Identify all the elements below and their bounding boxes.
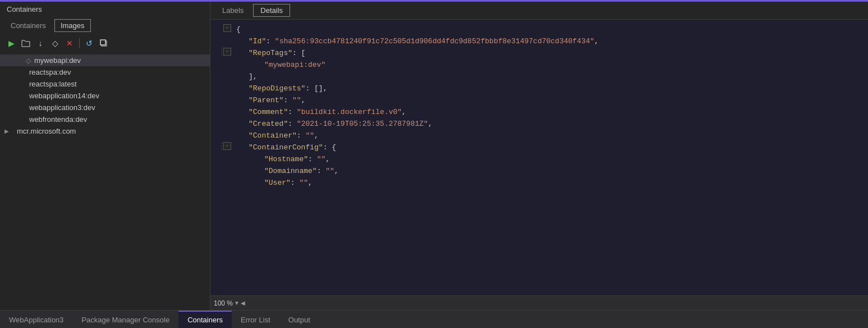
json-line-14: "User": "", xyxy=(210,177,868,189)
toolbar-separator xyxy=(79,38,80,48)
refresh-button[interactable]: ↺ xyxy=(82,37,96,50)
code-1: { xyxy=(233,24,241,36)
list-item[interactable]: webapplication14:dev xyxy=(0,90,210,102)
code-2: "Id": "sha256:93ccb4781240f91c72c505d1d9… xyxy=(233,36,599,48)
code-12: "Hostname": "", xyxy=(233,154,330,166)
delete-button[interactable]: ✕ xyxy=(63,37,76,50)
image-name: reactspa:dev xyxy=(29,68,71,76)
main-content: Containers Containers Images ▶ ↓ ◇ ✕ ↺ xyxy=(0,2,868,310)
expand-arrow: ▶ xyxy=(4,128,13,134)
bottom-tab-containers[interactable]: Containers xyxy=(178,311,232,328)
download-button[interactable]: ↓ xyxy=(34,37,47,50)
json-line-3: − "RepoTags": [ xyxy=(210,48,868,60)
json-line-9: "Created": "2021-10-19T05:25:35.2787981Z… xyxy=(210,119,868,130)
collapse-btn-1[interactable]: − xyxy=(223,24,231,32)
left-panel: Containers Containers Images ▶ ↓ ◇ ✕ ↺ xyxy=(0,2,210,310)
image-list: ◇ mywebapi:dev reactspa:dev reactspa:lat… xyxy=(0,52,210,310)
tab-labels[interactable]: Labels xyxy=(215,4,251,17)
vert-line-3 xyxy=(222,48,222,56)
svg-rect-1 xyxy=(100,40,105,45)
image-name: mywebapi:dev xyxy=(34,56,81,65)
code-14: "User": "", xyxy=(233,177,313,189)
image-name: webapplication14:dev xyxy=(29,92,99,100)
bottom-tab-output[interactable]: Output xyxy=(279,311,319,328)
right-panel: Labels Details − { "Id": "sha256:93ccb47… xyxy=(210,2,868,310)
image-name: reactspa:latest xyxy=(29,80,77,88)
list-item[interactable]: webfrontenda:dev xyxy=(0,113,210,125)
gutter-3: − xyxy=(210,48,233,56)
json-line-8: "Comment": "buildkit.dockerfile.v0", xyxy=(210,107,868,119)
json-line-13: "Domainname": "", xyxy=(210,166,868,177)
code-10: "Container": "", xyxy=(233,130,319,142)
bottom-tabs-bar: WebApplication3 Package Manager Console … xyxy=(0,310,868,328)
json-line-2: "Id": "sha256:93ccb4781240f91c72c505d1d9… xyxy=(210,36,868,48)
panel-title: Containers xyxy=(0,2,210,17)
zoom-left-arrow[interactable]: ◀ xyxy=(241,300,245,306)
tag-button[interactable]: ◇ xyxy=(48,37,62,50)
zoom-control: 100 % ▼ ◀ xyxy=(210,299,249,307)
image-name: webapplication3:dev xyxy=(29,103,95,112)
gutter-11: − xyxy=(210,142,233,150)
code-13: "Domainname": "", xyxy=(233,166,339,177)
folder-button[interactable] xyxy=(19,37,33,50)
json-line-7: "Parent": "", xyxy=(210,95,868,107)
list-item[interactable]: reactspa:latest xyxy=(0,78,210,90)
zoom-value: 100 % xyxy=(214,299,233,307)
code-7: "Parent": "", xyxy=(233,95,305,107)
left-tabs-row: Containers Images xyxy=(0,17,210,34)
json-line-11: − "ContainerConfig": { xyxy=(210,142,868,154)
list-item[interactable]: reactspa:dev xyxy=(0,66,210,78)
detail-tabs-row: Labels Details xyxy=(210,2,868,20)
vert-line-11 xyxy=(222,142,222,150)
code-9: "Created": "2021-10-19T05:25:35.2787981Z… xyxy=(233,119,433,130)
bottom-tab-package-manager[interactable]: Package Manager Console xyxy=(72,311,178,328)
code-3: "RepoTags": [ xyxy=(233,48,305,60)
json-line-12: "Hostname": "", xyxy=(210,154,868,166)
status-bar: 100 % ▼ ◀ xyxy=(210,295,868,310)
list-item[interactable]: ▶ mcr.microsoft.com xyxy=(0,125,210,137)
gutter-1: − xyxy=(210,24,233,32)
json-view[interactable]: − { "Id": "sha256:93ccb4781240f91c72c505… xyxy=(210,20,868,295)
json-line-1: − { xyxy=(210,24,868,36)
collapse-btn-3[interactable]: − xyxy=(223,48,231,56)
copy-button[interactable] xyxy=(97,37,111,50)
image-tag-icon: ◇ xyxy=(26,57,31,65)
bottom-tab-webapplication3[interactable]: WebApplication3 xyxy=(0,311,72,328)
images-toolbar: ▶ ↓ ◇ ✕ ↺ xyxy=(0,34,210,52)
code-8: "Comment": "buildkit.dockerfile.v0", xyxy=(233,107,406,119)
code-11: "ContainerConfig": { xyxy=(233,142,336,154)
play-button[interactable]: ▶ xyxy=(4,37,18,50)
json-line-4: "mywebapi:dev" xyxy=(210,60,868,71)
tab-images[interactable]: Images xyxy=(54,19,91,32)
code-4: "mywebapi:dev" xyxy=(233,60,325,71)
json-line-5: ], xyxy=(210,71,868,83)
image-name: mcr.microsoft.com xyxy=(17,127,76,135)
code-6: "RepoDigests": [], xyxy=(233,83,327,95)
bottom-tab-error-list[interactable]: Error List xyxy=(232,311,279,328)
json-line-10: "Container": "", xyxy=(210,130,868,142)
code-5: ], xyxy=(233,71,258,83)
collapse-btn-11[interactable]: − xyxy=(223,142,231,150)
tab-containers[interactable]: Containers xyxy=(4,19,52,32)
list-item[interactable]: ◇ mywebapi:dev xyxy=(0,54,210,66)
tab-details[interactable]: Details xyxy=(253,4,290,17)
json-line-6: "RepoDigests": [], xyxy=(210,83,868,95)
zoom-dropdown-arrow[interactable]: ▼ xyxy=(234,300,240,306)
list-item[interactable]: webapplication3:dev xyxy=(0,102,210,113)
image-name: webfrontenda:dev xyxy=(29,115,87,124)
